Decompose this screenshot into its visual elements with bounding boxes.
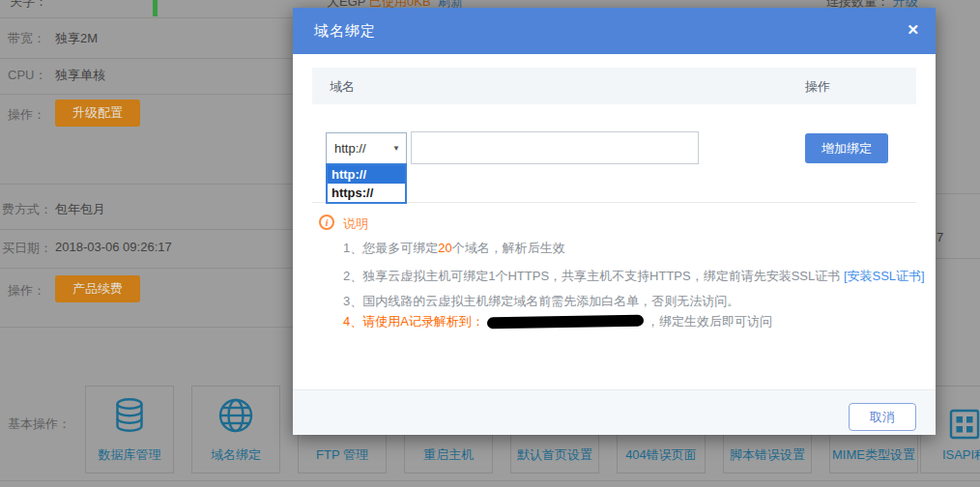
note-highlight: 20 (438, 241, 451, 255)
card-domain-binding[interactable]: 域名绑定 (191, 386, 280, 473)
divider (0, 327, 293, 328)
renew-product-button[interactable]: 产品续费 (55, 275, 140, 302)
note-text: 3、国内线路的云虚拟主机绑定域名前需先添加白名单，否则无法访问。 (343, 294, 739, 308)
cpu-value: 独享单核 (55, 67, 105, 84)
note-text: ，绑定生效后即可访问 (647, 314, 772, 329)
card-label: 数据库管理 (74, 446, 185, 464)
purchase-date-label: 买日期： (2, 240, 52, 257)
billing-value: 包年包月 (55, 201, 105, 218)
info-icon: i (319, 215, 334, 230)
table-header-row: 域名 操作 (312, 68, 916, 104)
operation-label: 操作： (8, 106, 45, 124)
operation-label: 操作： (8, 282, 45, 300)
divider (928, 258, 980, 259)
redacted-ip-blob (487, 315, 644, 329)
card-label: 默认首页设置 (500, 446, 610, 464)
divider (0, 94, 293, 95)
divider (0, 229, 293, 230)
chevron-down-icon: ▼ (392, 144, 400, 153)
screen: 关字： 大EGP 已使用0KB 刷新 连接数量： 升级 带宽： 独享2M CPU… (0, 0, 980, 487)
globe-icon (217, 397, 254, 434)
dialog-header: 域名绑定 ✕ (293, 8, 936, 54)
card-label: FTP 管理 (287, 446, 397, 464)
card-label: ISAPI程 (909, 446, 980, 464)
note-line-4: 4、请使用A记录解析到：，绑定生效后即可访问 (343, 313, 772, 330)
grid-icon (947, 408, 980, 441)
close-icon[interactable]: ✕ (907, 21, 919, 39)
column-header-domain: 域名 (330, 78, 355, 96)
column-header-action: 操作 (805, 78, 830, 96)
option-http[interactable]: http:// (328, 165, 405, 184)
card-label: 404错误页面 (606, 446, 716, 464)
basic-operations-label: 基本操作： (8, 415, 71, 433)
protocol-select[interactable]: http:// ▼ (326, 132, 407, 164)
note-text: 1、您最多可绑定 (343, 241, 438, 255)
database-icon (114, 397, 145, 434)
add-binding-button[interactable]: 增加绑定 (805, 133, 888, 163)
top-left-fragment: 关字： (10, 0, 47, 11)
cpu-label: CPU： (8, 67, 46, 84)
divider (0, 58, 293, 59)
domain-input[interactable] (411, 131, 699, 164)
card-database-manage[interactable]: 数据库管理 (85, 386, 174, 473)
protocol-dropdown-list: http:// https:// (326, 163, 407, 204)
divider (0, 268, 293, 269)
install-ssl-link[interactable]: [安装SSL证书] (844, 269, 925, 283)
notes-heading: 说明 (343, 215, 368, 233)
upgrade-config-button[interactable]: 升级配置 (55, 100, 140, 127)
note-highlight: 4、请使用A记录解析到： (343, 314, 484, 329)
note-line-3: 3、国内线路的云虚拟主机绑定域名前需先添加白名单，否则无法访问。 (343, 293, 739, 310)
cancel-button[interactable]: 取消 (849, 403, 916, 431)
option-https[interactable]: https:// (328, 184, 405, 202)
dialog-footer: 取消 (293, 389, 936, 435)
note-line-1: 1、您最多可绑定20个域名，解析后生效 (343, 240, 565, 257)
note-text: 2、独享云虚拟主机可绑定1个HTTPS，共享主机不支持HTTPS，绑定前请先安装… (343, 269, 844, 283)
card-label: 脚本错误设置 (712, 446, 822, 464)
divider (0, 480, 980, 481)
divider (0, 184, 293, 185)
protocol-selected-value: http:// (334, 141, 366, 156)
note-text: 个域名，解析后生效 (452, 241, 565, 255)
bandwidth-value: 独享2M (55, 30, 98, 47)
note-line-2: 2、独享云虚拟主机可绑定1个HTTPS，共享主机不支持HTTPS，绑定前请先安装… (343, 268, 925, 285)
divider (928, 193, 980, 194)
card-label: 域名绑定 (181, 446, 291, 464)
bandwidth-label: 带宽： (8, 30, 45, 47)
purchase-date-value: 2018-03-06 09:26:17 (55, 240, 172, 254)
green-indicator-bar (153, 0, 158, 16)
divider (0, 17, 293, 18)
card-label: 重启主机 (393, 446, 504, 464)
domain-binding-dialog: 域名绑定 ✕ 域名 操作 http:// ▼ 增加绑定 http:// http… (293, 8, 936, 435)
right-panel-fragment: 7 (937, 230, 943, 244)
billing-label: 费方式： (2, 201, 52, 218)
dialog-title: 域名绑定 (314, 22, 376, 41)
